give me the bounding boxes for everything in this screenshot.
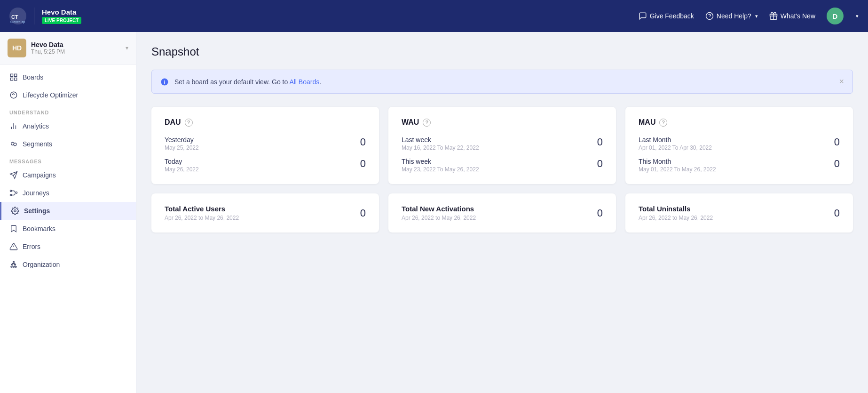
need-help-button[interactable]: Need Help? ▾ <box>705 12 758 20</box>
settings-label: Settings <box>24 207 50 215</box>
mau-lastmonth-info: Last Month Apr 01, 2022 To Apr 30, 2022 <box>639 136 712 151</box>
logo-area: CT CleverTap Hevo Data LIVE PROJECT <box>9 8 81 24</box>
project-info: Hevo Data LIVE PROJECT <box>42 8 81 24</box>
app-name: Hevo Data <box>31 41 121 48</box>
bookmarks-icon <box>9 225 18 233</box>
analytics-label: Analytics <box>23 122 49 130</box>
gift-icon <box>769 12 778 20</box>
wau-card: WAU ? Last week May 16, 2022 To May 22, … <box>388 107 616 184</box>
dau-label: DAU <box>165 118 181 127</box>
mau-lastmonth-date: Apr 01, 2022 To Apr 30, 2022 <box>639 144 712 151</box>
mau-thismonth-row: This Month May 01, 2022 To May 26, 2022 … <box>639 158 840 173</box>
mau-lastmonth-label: Last Month <box>639 136 712 144</box>
need-help-label: Need Help? <box>717 12 751 20</box>
all-boards-link[interactable]: All Boards <box>289 78 319 86</box>
help-icon <box>705 12 714 20</box>
svg-point-19 <box>14 210 16 212</box>
app-info: Hevo Data Thu, 5:25 PM <box>31 41 121 55</box>
total-uninstalls-value: 0 <box>834 207 840 219</box>
page-title: Snapshot <box>151 45 853 58</box>
svg-point-22 <box>13 261 15 263</box>
sidebar-item-settings[interactable]: Settings <box>0 202 136 220</box>
dau-help-icon[interactable]: ? <box>185 119 193 127</box>
lifecycle-icon <box>9 91 18 99</box>
mau-lastmonth-value: 0 <box>834 136 840 148</box>
analytics-icon <box>9 122 18 130</box>
boards-label: Boards <box>23 73 43 81</box>
user-avatar[interactable]: D <box>827 8 844 24</box>
svg-rect-16 <box>10 190 12 192</box>
sidebar-item-analytics[interactable]: Analytics <box>0 117 136 135</box>
sidebar-item-boards[interactable]: Boards <box>0 68 136 86</box>
svg-rect-29 <box>11 266 12 267</box>
svg-rect-30 <box>13 266 15 267</box>
sidebar-item-lifecycle[interactable]: Lifecycle Optimizer <box>0 86 136 104</box>
sidebar-expand-icon[interactable]: ▾ <box>126 45 128 51</box>
app-initials: HD <box>12 44 22 52</box>
give-feedback-button[interactable]: Give Feedback <box>639 12 694 20</box>
errors-icon <box>9 242 18 251</box>
sidebar-item-campaigns[interactable]: Campaigns <box>0 166 136 184</box>
dau-today-info: Today May 26, 2022 <box>165 158 199 173</box>
total-active-card: Total Active Users Apr 26, 2022 to May 2… <box>151 193 379 233</box>
dau-title: DAU ? <box>165 118 366 127</box>
dau-today-row: Today May 26, 2022 0 <box>165 158 366 173</box>
campaigns-label: Campaigns <box>23 171 56 179</box>
dau-today-value: 0 <box>360 158 366 170</box>
dau-yesterday-date: May 25, 2022 <box>165 144 199 151</box>
total-uninstalls-card: Total Uninstalls Apr 26, 2022 to May 26,… <box>625 193 853 233</box>
app-time: Thu, 5:25 PM <box>31 48 121 55</box>
svg-rect-24 <box>12 264 13 265</box>
wau-thisweek-label: This week <box>402 158 479 165</box>
main-content: Snapshot Set a board as your default vie… <box>136 32 868 393</box>
dau-yesterday-row: Yesterday May 25, 2022 0 <box>165 136 366 151</box>
lifecycle-label: Lifecycle Optimizer <box>23 91 78 99</box>
wau-help-icon[interactable]: ? <box>423 119 431 127</box>
sidebar-item-errors[interactable]: Errors <box>0 238 136 256</box>
sidebar-item-organization[interactable]: Organization <box>0 256 136 273</box>
wau-title: WAU ? <box>402 118 603 127</box>
wau-thisweek-row: This week May 23, 2022 To May 26, 2022 0 <box>402 158 603 173</box>
total-activations-date: Apr 26, 2022 to May 26, 2022 <box>402 215 476 221</box>
logo-divider <box>34 8 34 24</box>
nav-right: Give Feedback Need Help? ▾ What's New D … <box>639 8 859 24</box>
sidebar-item-segments[interactable]: Segments <box>0 135 136 153</box>
campaigns-icon <box>9 171 18 179</box>
total-active-value: 0 <box>360 207 366 219</box>
wau-lastweek-value: 0 <box>597 136 603 148</box>
mau-label: MAU <box>639 118 655 127</box>
wau-thisweek-date: May 23, 2022 To May 26, 2022 <box>402 166 479 173</box>
mau-lastmonth-row: Last Month Apr 01, 2022 To Apr 30, 2022 … <box>639 136 840 151</box>
user-initial: D <box>833 12 838 20</box>
clevertap-logo[interactable]: CT CleverTap <box>9 8 26 24</box>
sidebar-item-journeys[interactable]: Journeys <box>0 184 136 202</box>
whats-new-label: What's New <box>781 12 815 20</box>
svg-rect-25 <box>15 264 16 265</box>
live-badge: LIVE PROJECT <box>42 17 81 24</box>
mau-help-icon[interactable]: ? <box>659 119 667 127</box>
mau-thismonth-date: May 01, 2022 To May 26, 2022 <box>639 166 716 173</box>
svg-rect-17 <box>16 192 17 193</box>
sidebar-navigation: Boards Lifecycle Optimizer UNDERSTAND An… <box>0 64 136 277</box>
sidebar: HD Hevo Data Thu, 5:25 PM ▾ Boards Li <box>0 32 136 393</box>
metric-cards-row: DAU ? Yesterday May 25, 2022 0 Today May… <box>151 107 853 184</box>
app-avatar: HD <box>8 39 26 57</box>
total-activations-card: Total New Activations Apr 26, 2022 to Ma… <box>388 193 616 233</box>
user-chevron[interactable]: ▾ <box>856 13 859 19</box>
layout: HD Hevo Data Thu, 5:25 PM ▾ Boards Li <box>0 32 868 393</box>
organization-icon <box>9 260 18 269</box>
segments-label: Segments <box>23 140 52 148</box>
sidebar-header[interactable]: HD Hevo Data Thu, 5:25 PM ▾ <box>0 32 136 64</box>
sidebar-item-bookmarks[interactable]: Bookmarks <box>0 220 136 238</box>
mau-card: MAU ? Last Month Apr 01, 2022 To Apr 30,… <box>625 107 853 184</box>
banner-close-button[interactable]: × <box>839 77 844 87</box>
wau-thisweek-value: 0 <box>597 158 603 170</box>
dau-today-label: Today <box>165 158 199 165</box>
total-activations-value: 0 <box>597 207 603 219</box>
total-activations-info: Total New Activations Apr 26, 2022 to Ma… <box>402 205 476 221</box>
whats-new-button[interactable]: What's New <box>769 12 815 20</box>
wau-lastweek-info: Last week May 16, 2022 To May 22, 2022 <box>402 136 479 151</box>
settings-icon <box>11 207 19 215</box>
svg-rect-8 <box>15 78 17 80</box>
svg-rect-31 <box>15 266 16 267</box>
